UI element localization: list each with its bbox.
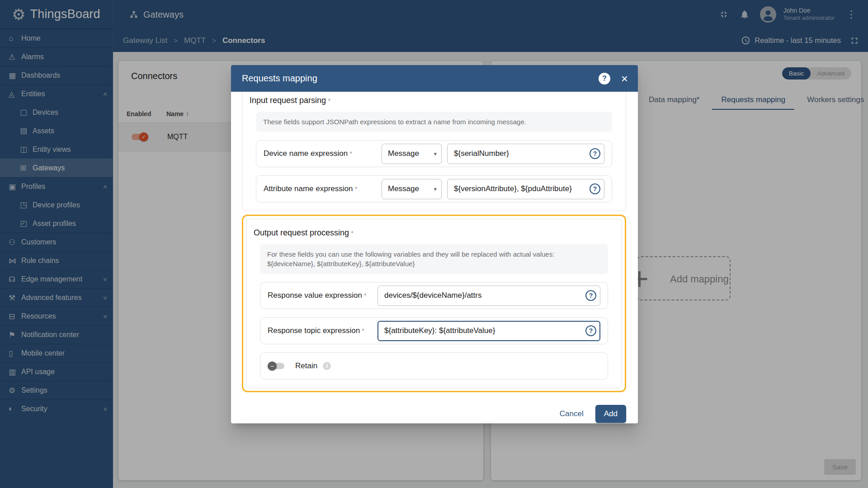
field-help-icon[interactable]: ? bbox=[590, 183, 600, 194]
field-help-icon[interactable]: ? bbox=[585, 325, 596, 336]
dialog-title: Requests mapping bbox=[242, 73, 599, 84]
field-label: Response value expression* bbox=[268, 291, 377, 300]
field-label: Attribute name expression* bbox=[264, 184, 382, 193]
dialog-help-icon[interactable]: ? bbox=[599, 73, 610, 84]
device-name-source-select[interactable]: Message ▾ bbox=[382, 144, 442, 164]
dialog-footer: Cancel Add bbox=[242, 405, 626, 423]
retain-label: Retain bbox=[295, 361, 317, 371]
device-name-expression-input[interactable] bbox=[447, 144, 604, 164]
chevron-down-icon: ▾ bbox=[434, 186, 437, 192]
response-value-expression-input[interactable] bbox=[377, 286, 600, 306]
response-value-expression-row: Response value expression* ? bbox=[260, 282, 608, 309]
device-name-expression-row: Device name expression* Message ▾ ? bbox=[256, 140, 612, 167]
add-button[interactable]: Add bbox=[595, 405, 626, 423]
dialog-body: Input request parsing* These fields supp… bbox=[231, 92, 638, 423]
info-icon[interactable]: i bbox=[323, 362, 331, 370]
response-topic-expression-input[interactable] bbox=[377, 321, 600, 341]
response-topic-expression-row: Response topic expression* ? bbox=[260, 317, 608, 344]
retain-row: − Retain i bbox=[260, 352, 608, 380]
highlighted-section-outline: Output request processing* For these fie… bbox=[242, 215, 626, 392]
section-heading: Output request processing* bbox=[254, 228, 608, 238]
close-icon[interactable]: × bbox=[621, 73, 628, 84]
retain-toggle[interactable]: − bbox=[268, 361, 284, 371]
requests-mapping-dialog: Requests mapping ? × Input request parsi… bbox=[231, 65, 638, 423]
chevron-down-icon: ▾ bbox=[434, 150, 437, 157]
dialog-header: Requests mapping ? × bbox=[231, 65, 638, 92]
required-marker: * bbox=[328, 97, 330, 104]
input-request-parsing-section: Input request parsing* These fields supp… bbox=[242, 92, 626, 211]
toggle-minus-icon: − bbox=[268, 361, 277, 371]
output-request-processing-section: Output request processing* For these fie… bbox=[246, 219, 622, 388]
field-help-icon[interactable]: ? bbox=[590, 148, 600, 159]
section-heading: Input request parsing* bbox=[250, 96, 612, 105]
field-help-icon[interactable]: ? bbox=[585, 290, 596, 301]
attribute-name-expression-input[interactable] bbox=[447, 179, 604, 199]
field-label: Response topic expression* bbox=[268, 326, 377, 335]
attribute-name-expression-row: Attribute name expression* Message ▾ ? bbox=[256, 175, 612, 202]
section-hint: These fields support JSONPath expression… bbox=[256, 112, 612, 132]
attribute-name-source-select[interactable]: Message ▾ bbox=[382, 179, 442, 199]
section-hint: For these fields you can use the followi… bbox=[260, 244, 608, 274]
cancel-button[interactable]: Cancel bbox=[560, 409, 584, 418]
field-label: Device name expression* bbox=[264, 149, 382, 158]
